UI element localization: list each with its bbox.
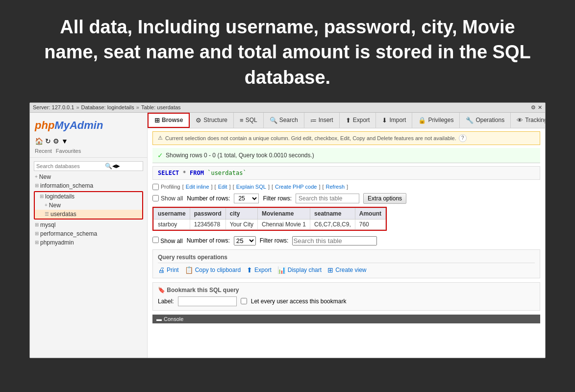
cell-moviename: Chennai Movie 1 — [257, 219, 310, 229]
query-results-title: Query results operations — [158, 254, 535, 263]
profiling-sep: ] — [229, 184, 231, 190]
filter-input-bottom[interactable] — [292, 236, 377, 245]
tab-export[interactable]: ⬆ Export — [340, 113, 376, 128]
perf-db-icon: ⊞ — [35, 231, 39, 236]
sql-wildcard: * — [183, 170, 190, 176]
cell-seatname: C6,C7,C8,C9, — [310, 219, 355, 229]
col-username: username — [154, 208, 190, 219]
col-city: city — [225, 208, 257, 219]
sidebar-nav-next[interactable]: ▶ — [116, 163, 120, 169]
privileges-tab-label: Privileges — [428, 117, 453, 123]
profiling-sep: ] — [211, 184, 213, 190]
bookmark-public-checkbox[interactable] — [241, 298, 247, 304]
cell-password: 12345678 — [190, 219, 225, 229]
favourites-link[interactable]: Favourites — [56, 148, 81, 154]
label-field-text: Label: — [158, 298, 174, 305]
cell-username: starboy — [154, 219, 190, 229]
tab-bar: ⊞ Browse ⚙ Structure ≡ SQL 🔍 Search ≔ — [148, 113, 545, 128]
database-breadcrumb: Database: logindetails — [81, 104, 134, 110]
num-rows-select-top[interactable]: 25 50 100 — [234, 194, 259, 203]
db-label: information_schema — [40, 182, 93, 189]
bookmark-checkbox-label: Let every user access this bookmark — [251, 298, 347, 305]
browser-controls[interactable]: ⚙ ✕ — [531, 104, 542, 111]
table-row: starboy 12345678 Your City Chennai Movie… — [154, 219, 386, 229]
sql-query-box: SELECT * FROM `userdatas` — [152, 166, 540, 180]
profiling-sep: [ — [215, 184, 216, 190]
copy-clipboard-button[interactable]: 📋 Copy to clipboard — [185, 266, 241, 274]
show-all-text-bottom: Show all — [160, 238, 182, 245]
search-tab-icon: 🔍 — [270, 117, 277, 124]
refresh-icon[interactable]: ↻ — [45, 137, 51, 145]
sidebar-highlight-logindetails: ⊞ logindetails + New ☰ userdatas — [34, 191, 143, 220]
tab-operations[interactable]: 🔧 Operations — [460, 113, 511, 128]
sidebar-item-performance_schema[interactable]: ⊞ performance_schema — [30, 229, 147, 238]
check-icon: ✓ — [157, 151, 163, 159]
cell-city: Your City — [225, 219, 257, 229]
warning-help[interactable]: ? — [459, 134, 467, 142]
sidebar-item-information_schema[interactable]: ⊞ information_schema — [30, 181, 147, 190]
edit-link[interactable]: Edit — [218, 184, 227, 190]
sidebar-search-input[interactable] — [36, 163, 105, 169]
refresh-link[interactable]: Refresh — [326, 184, 345, 190]
new-label: New — [39, 173, 51, 180]
edit-inline-link[interactable]: Edit inline — [186, 184, 209, 190]
print-icon: 🖨 — [158, 266, 165, 274]
top-filter-row: Show all Number of rows: 25 50 100 Filte… — [152, 193, 540, 204]
browse-tab-label: Browse — [162, 117, 183, 123]
tracking-tab-label: Tracking — [525, 117, 545, 123]
sidebar-nav-prev[interactable]: ◀ — [112, 163, 116, 169]
sidebar-item-logindetails[interactable]: ⊞ logindetails — [35, 192, 142, 201]
export-button[interactable]: ⬆ Export — [247, 266, 272, 274]
display-chart-label: Display chart — [288, 267, 322, 273]
sidebar-search-icon: 🔍 — [105, 163, 112, 170]
display-chart-button[interactable]: 📊 Display chart — [277, 266, 322, 274]
bookmark-label-row: Label: Let every user access this bookma… — [158, 296, 535, 306]
close-icon[interactable]: ✕ — [538, 104, 542, 111]
sidebar-toolbar: 🏠 ↻ ⚙ ▼ — [30, 136, 147, 147]
insert-tab-label: Insert — [319, 117, 333, 123]
more-icon[interactable]: ▼ — [61, 137, 68, 145]
print-button[interactable]: 🖨 Print — [158, 266, 179, 274]
sidebar-item-new[interactable]: + New — [30, 172, 147, 181]
extra-options-button[interactable]: Extra options — [363, 193, 406, 204]
profiling-checkbox[interactable] — [152, 184, 159, 190]
browser-window: Server: 127.0.0.1 » Database: logindetai… — [29, 102, 546, 358]
sidebar-links: Recent Favourites — [30, 147, 147, 155]
new-table-icon: + — [45, 202, 48, 208]
show-all-checkbox-top[interactable] — [152, 195, 159, 201]
mysql-db-icon: ⊞ — [35, 222, 39, 227]
sidebar-item-new-under-logindetails[interactable]: + New — [35, 201, 142, 210]
bookmark-title: 🔖 Bookmark this SQL query — [158, 287, 535, 294]
col-password: password — [190, 208, 225, 219]
bookmark-label-input[interactable] — [178, 296, 237, 306]
tab-browse[interactable]: ⊞ Browse — [148, 113, 190, 128]
home-icon[interactable]: 🏠 — [35, 137, 43, 145]
create-php-link[interactable]: Create PHP code — [275, 184, 317, 190]
settings-icon[interactable]: ⚙ — [531, 104, 536, 111]
explain-sql-link[interactable]: Explain SQL — [236, 184, 266, 190]
show-all-checkbox-bottom[interactable] — [152, 237, 159, 243]
col-amount: Amount — [355, 208, 385, 219]
filter-input-top[interactable] — [296, 194, 359, 203]
sidebar-item-phpmyadmin[interactable]: ⊞ phpmyadmin — [30, 238, 147, 247]
num-rows-select-bottom[interactable]: 25 50 100 — [234, 236, 256, 245]
sidebar-item-userdatas[interactable]: ☰ userdatas — [35, 210, 142, 219]
tab-search[interactable]: 🔍 Search — [264, 113, 304, 128]
tab-import[interactable]: ⬇ Import — [376, 113, 412, 128]
warning-text: Current selection does not contain a uni… — [165, 135, 456, 141]
col-seatname: seatname — [310, 208, 355, 219]
tab-insert[interactable]: ≔ Insert — [304, 113, 340, 128]
tab-tracking[interactable]: 👁 Tracking — [511, 113, 545, 128]
recent-link[interactable]: Recent — [35, 148, 52, 154]
main-content: ⊞ Browse ⚙ Structure ≡ SQL 🔍 Search ≔ — [148, 113, 545, 358]
tab-structure[interactable]: ⚙ Structure — [190, 113, 234, 128]
console-bar[interactable]: ▬ Console — [152, 315, 540, 323]
warning-icon: ⚠ — [158, 135, 163, 141]
col-moviename: Moviename — [257, 208, 310, 219]
tab-sql[interactable]: ≡ SQL — [234, 113, 264, 128]
settings-icon[interactable]: ⚙ — [53, 137, 59, 145]
sidebar-item-mysql[interactable]: ⊞ mysql — [30, 220, 147, 229]
tab-privileges[interactable]: 🔒 Privileges — [412, 113, 460, 128]
success-bar: ✓ Showing rows 0 - 0 (1 total, Query too… — [152, 148, 540, 163]
create-view-button[interactable]: ⊞ Create view — [327, 266, 366, 274]
